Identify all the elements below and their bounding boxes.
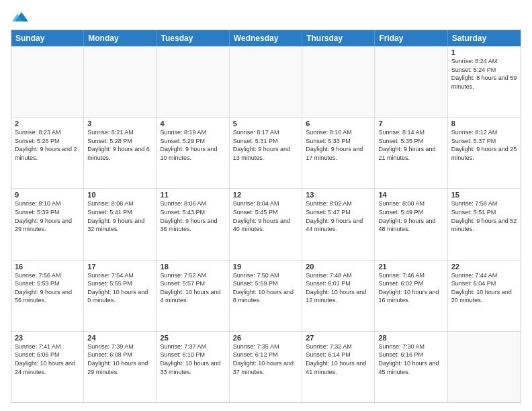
day-number: 15 [451,191,517,199]
day-info: Sunrise: 8:16 AM Sunset: 5:33 PM Dayligh… [306,128,371,162]
day-info: Sunrise: 8:06 AM Sunset: 5:43 PM Dayligh… [161,199,226,233]
day-info: Sunrise: 7:32 AM Sunset: 6:14 PM Dayligh… [306,342,371,376]
calendar-row-3: 9Sunrise: 8:10 AM Sunset: 5:39 PM Daylig… [11,189,521,260]
empty-cell [84,46,157,117]
day-cell-8: 8Sunrise: 8:12 AM Sunset: 5:37 PM Daylig… [448,118,521,188]
day-cell-23: 23Sunrise: 7:41 AM Sunset: 6:06 PM Dayli… [11,332,84,402]
day-info: Sunrise: 8:21 AM Sunset: 5:28 PM Dayligh… [87,128,152,162]
empty-cell [230,46,302,117]
day-info: Sunrise: 8:14 AM Sunset: 5:35 PM Dayligh… [378,128,443,162]
header-cell-monday: Monday [84,30,157,46]
day-cell-1: 1Sunrise: 8:24 AM Sunset: 5:24 PM Daylig… [448,46,521,117]
calendar-row-1: 1Sunrise: 8:24 AM Sunset: 5:24 PM Daylig… [11,46,521,118]
day-info: Sunrise: 8:19 AM Sunset: 5:29 PM Dayligh… [161,128,226,162]
day-cell-14: 14Sunrise: 8:00 AM Sunset: 5:49 PM Dayli… [375,189,447,259]
day-info: Sunrise: 7:41 AM Sunset: 6:06 PM Dayligh… [15,342,80,376]
day-info: Sunrise: 8:02 AM Sunset: 5:47 PM Dayligh… [306,199,371,233]
day-number: 10 [87,191,152,199]
day-cell-15: 15Sunrise: 7:58 AM Sunset: 5:51 PM Dayli… [448,189,521,259]
logo [11,8,28,24]
day-number: 25 [161,334,226,342]
day-number: 7 [378,120,443,128]
day-info: Sunrise: 7:58 AM Sunset: 5:51 PM Dayligh… [451,199,517,233]
empty-cell [157,46,230,117]
day-number: 23 [15,334,80,342]
day-cell-27: 27Sunrise: 7:32 AM Sunset: 6:14 PM Dayli… [302,332,375,402]
calendar: SundayMondayTuesdayWednesdayThursdayFrid… [11,30,521,403]
day-cell-24: 24Sunrise: 7:39 AM Sunset: 6:08 PM Dayli… [84,332,157,402]
day-info: Sunrise: 8:08 AM Sunset: 5:41 PM Dayligh… [87,199,152,233]
header-cell-saturday: Saturday [448,30,521,46]
day-info: Sunrise: 8:17 AM Sunset: 5:31 PM Dayligh… [233,128,298,162]
day-info: Sunrise: 8:00 AM Sunset: 5:49 PM Dayligh… [378,199,443,233]
day-info: Sunrise: 7:52 AM Sunset: 5:57 PM Dayligh… [161,271,226,305]
empty-cell [448,332,521,402]
day-info: Sunrise: 7:50 AM Sunset: 5:59 PM Dayligh… [233,271,298,305]
calendar-row-5: 23Sunrise: 7:41 AM Sunset: 6:06 PM Dayli… [11,332,521,402]
day-number: 21 [378,263,443,271]
day-number: 16 [15,263,80,271]
header-cell-friday: Friday [375,30,447,46]
day-info: Sunrise: 7:37 AM Sunset: 6:10 PM Dayligh… [161,342,226,376]
day-info: Sunrise: 8:24 AM Sunset: 5:24 PM Dayligh… [451,57,517,91]
day-number: 20 [306,263,371,271]
day-info: Sunrise: 7:54 AM Sunset: 5:55 PM Dayligh… [87,271,152,305]
empty-cell [302,46,375,117]
day-number: 26 [233,334,298,342]
day-cell-4: 4Sunrise: 8:19 AM Sunset: 5:29 PM Daylig… [157,118,230,188]
day-cell-5: 5Sunrise: 8:17 AM Sunset: 5:31 PM Daylig… [230,118,302,188]
day-cell-22: 22Sunrise: 7:44 AM Sunset: 6:04 PM Dayli… [448,261,521,331]
day-number: 3 [87,120,152,128]
day-info: Sunrise: 8:10 AM Sunset: 5:39 PM Dayligh… [15,199,80,233]
day-number: 14 [378,191,443,199]
empty-cell [375,46,447,117]
day-number: 5 [233,120,298,128]
day-cell-25: 25Sunrise: 7:37 AM Sunset: 6:10 PM Dayli… [157,332,230,402]
calendar-row-4: 16Sunrise: 7:56 AM Sunset: 5:53 PM Dayli… [11,261,521,332]
day-number: 6 [306,120,371,128]
day-number: 18 [161,263,226,271]
day-cell-19: 19Sunrise: 7:50 AM Sunset: 5:59 PM Dayli… [230,261,302,331]
day-cell-26: 26Sunrise: 7:35 AM Sunset: 6:12 PM Dayli… [230,332,302,402]
day-number: 12 [233,191,298,199]
day-number: 11 [161,191,226,199]
day-cell-3: 3Sunrise: 8:21 AM Sunset: 5:28 PM Daylig… [84,118,157,188]
day-cell-12: 12Sunrise: 8:04 AM Sunset: 5:45 PM Dayli… [230,189,302,259]
header [11,8,521,24]
day-info: Sunrise: 8:04 AM Sunset: 5:45 PM Dayligh… [233,199,298,233]
calendar-header: SundayMondayTuesdayWednesdayThursdayFrid… [11,30,521,46]
day-cell-11: 11Sunrise: 8:06 AM Sunset: 5:43 PM Dayli… [157,189,230,259]
day-info: Sunrise: 8:23 AM Sunset: 5:26 PM Dayligh… [15,128,80,162]
day-info: Sunrise: 7:30 AM Sunset: 6:16 PM Dayligh… [378,342,443,376]
day-cell-16: 16Sunrise: 7:56 AM Sunset: 5:53 PM Dayli… [11,261,84,331]
day-number: 17 [87,263,152,271]
empty-cell [11,46,84,117]
day-number: 27 [306,334,371,342]
day-info: Sunrise: 8:12 AM Sunset: 5:37 PM Dayligh… [451,128,517,162]
day-cell-2: 2Sunrise: 8:23 AM Sunset: 5:26 PM Daylig… [11,118,84,188]
day-info: Sunrise: 7:39 AM Sunset: 6:08 PM Dayligh… [87,342,152,376]
day-number: 22 [451,263,517,271]
calendar-body: 1Sunrise: 8:24 AM Sunset: 5:24 PM Daylig… [11,46,521,402]
day-number: 13 [306,191,371,199]
header-cell-wednesday: Wednesday [230,30,302,46]
day-cell-9: 9Sunrise: 8:10 AM Sunset: 5:39 PM Daylig… [11,189,84,259]
calendar-row-2: 2Sunrise: 8:23 AM Sunset: 5:26 PM Daylig… [11,118,521,189]
day-number: 4 [161,120,226,128]
day-number: 19 [233,263,298,271]
day-number: 28 [378,334,443,342]
header-cell-tuesday: Tuesday [157,30,230,46]
header-cell-thursday: Thursday [302,30,375,46]
day-cell-6: 6Sunrise: 8:16 AM Sunset: 5:33 PM Daylig… [302,118,375,188]
day-cell-28: 28Sunrise: 7:30 AM Sunset: 6:16 PM Dayli… [375,332,447,402]
day-cell-17: 17Sunrise: 7:54 AM Sunset: 5:55 PM Dayli… [84,261,157,331]
day-number: 1 [451,48,517,56]
day-info: Sunrise: 7:35 AM Sunset: 6:12 PM Dayligh… [233,342,298,376]
day-info: Sunrise: 7:48 AM Sunset: 6:01 PM Dayligh… [306,271,371,305]
day-number: 24 [87,334,152,342]
page: SundayMondayTuesdayWednesdayThursdayFrid… [0,0,532,411]
day-number: 9 [15,191,80,199]
day-cell-21: 21Sunrise: 7:46 AM Sunset: 6:02 PM Dayli… [375,261,447,331]
day-cell-7: 7Sunrise: 8:14 AM Sunset: 5:35 PM Daylig… [375,118,447,188]
day-info: Sunrise: 7:56 AM Sunset: 5:53 PM Dayligh… [15,271,80,305]
